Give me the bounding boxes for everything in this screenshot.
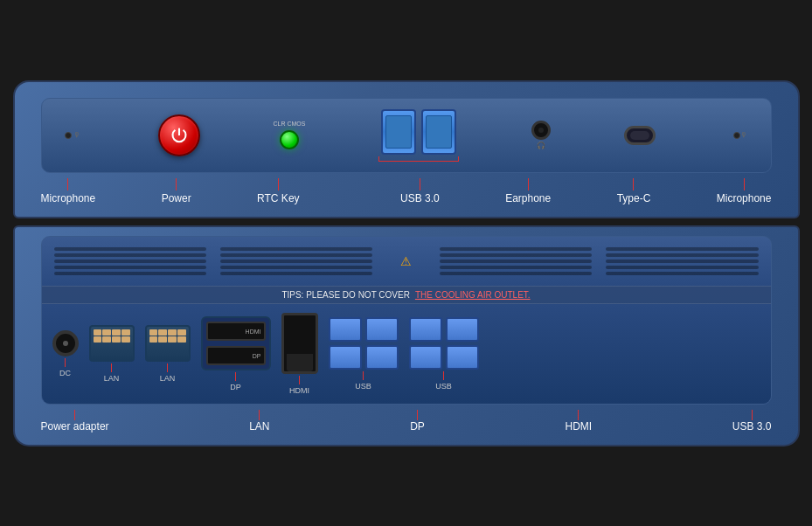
lan-pin [177,336,186,343]
label-text-power: Power [162,192,191,204]
usb30-bracket [378,156,459,162]
usb2-connector-line [443,371,444,380]
vent-line [440,272,592,275]
label-text-usb30: USB 3.0 [400,192,440,204]
vents-row: ⚠ [42,237,771,286]
dc-port-label: DC [59,369,71,377]
b-label-line [74,410,75,420]
bottom-device-body: ⚠ TIPS: PLEASE [41,236,772,405]
vent-line [220,253,372,257]
usb-grid1-area: USB [329,317,399,391]
vent-line [220,266,372,269]
lan-pin [94,336,102,343]
usb1-connector-line [363,371,364,380]
lan-pin [121,336,130,343]
warning-triangle-icon: ⚠ [400,254,412,268]
label-text-mic-right: Microphone [717,192,772,204]
usb-sm-port [365,345,399,370]
warning-banner: TIPS: PLEASE DO NOT COVER THE COOLING AI… [42,286,771,304]
vent-line [606,247,758,251]
vent-line [54,266,206,269]
label-text-mic-left: Microphone [41,192,96,204]
lan-pin [102,336,111,343]
vent-group-3 [436,244,595,279]
lan2-port [145,325,191,362]
vent-group-2 [217,244,376,279]
usb-grid2-area: USB [409,317,479,391]
usb30-ports [381,109,456,155]
b-label-lan: LAN [249,410,269,433]
b-label-text-power-adapter: Power adapter [41,420,109,433]
label-line-rtc [278,178,279,190]
label-line-earphone [528,178,529,190]
hdmi-sm-row: HDMI [206,322,266,341]
lan1-pins [91,327,133,360]
earphone-port [531,121,551,140]
b-label-power-adapter: Power adapter [41,410,109,433]
rtc-key-area: CLR CMOS [274,121,306,149]
top-panel: 🎙 CLR CMOS [13,80,800,218]
dp-sm-label: DP [253,352,261,358]
label-text-typec: Type-C [617,192,651,204]
b-label-hdmi: HDMI [565,410,592,433]
lan1-port-area: LAN [89,325,135,383]
mic-left-area: 🎙 [59,126,86,144]
usb-sm-port [329,317,362,342]
b-label-line [752,410,753,420]
lan2-port-area: LAN [145,325,191,383]
usb-sm-port [365,317,399,342]
lan-pin [168,329,177,336]
b-label-line [417,410,418,420]
b-label-line [259,410,260,420]
vent-line [54,272,206,275]
hdmi-large-area: HDMI [281,313,318,395]
lan-pin [158,336,167,343]
mic-right-port [733,132,740,139]
power-icon [170,127,188,144]
usb-sm-port [446,345,479,370]
label-rtc: RTC Key [257,178,299,204]
lan-pin [102,329,111,336]
vent-line [606,266,758,269]
vent-line [54,247,206,251]
usb-grid-2 [409,317,479,370]
vent-line [440,260,592,263]
dc-port-area: DC [52,330,79,377]
hdmi-sm-port: HDMI [206,322,266,341]
label-typec: Type-C [617,178,651,204]
label-mic-left: Microphone [41,178,96,204]
lan2-port-label: LAN [160,374,176,383]
label-line-mic-right [744,178,745,190]
b-label-text-dp: DP [410,420,425,433]
clr-label-text: CLR CMOS [274,121,306,128]
mic-right-area: 🎙 [728,126,753,144]
top-device-body: 🎙 CLR CMOS [41,98,772,173]
b-label-text-hdmi: HDMI [565,420,592,433]
vent-line [220,260,372,263]
usb-sm-port [329,345,362,370]
usb-grid-1 [329,317,399,370]
vent-line [440,266,592,269]
label-text-earphone: Earphone [505,192,551,204]
vent-line [606,253,758,257]
hdmi-connector-line [299,376,300,384]
lan-pin [177,329,186,336]
usb30-port-right [421,109,456,155]
label-mic-right: Microphone [717,178,772,204]
bottom-panel: ⚠ TIPS: PLEASE [13,225,800,446]
diagram-container: 🎙 CLR CMOS [13,80,800,446]
lan1-port-label: LAN [104,374,120,383]
warning-icon-area: ⚠ [383,244,428,279]
lan-pin [149,329,158,336]
b-label-text-usb30: USB 3.0 [732,420,772,433]
hdmi-port-label: HDMI [289,386,309,395]
label-usb30: USB 3.0 [400,178,440,204]
typec-port [624,126,656,145]
lan2-pins [147,327,189,360]
usb-sm-port [409,345,442,370]
usb30-group [378,109,459,162]
lan-pin [158,329,167,336]
vent-group-4 [602,244,761,279]
label-line-power [176,178,177,190]
usb-grid1-label: USB [355,382,371,391]
